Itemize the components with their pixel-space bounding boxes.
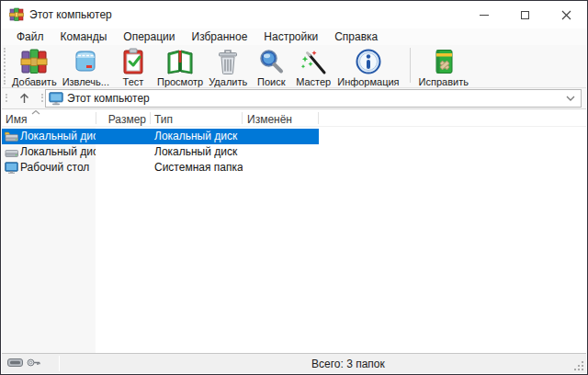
row-modified — [247, 160, 317, 176]
minimize-icon — [480, 15, 489, 16]
row-modified — [247, 144, 317, 160]
up-arrow-icon — [19, 93, 29, 104]
winrar-logo-icon — [9, 7, 24, 22]
search-label: Поиск — [257, 76, 285, 87]
close-button[interactable] — [546, 1, 587, 28]
status-drive-icon — [7, 358, 23, 367]
add-button[interactable]: Добавить — [9, 45, 60, 87]
minimize-button[interactable] — [463, 1, 504, 28]
list-row-local-disk-2[interactable]: Локальный дис... Локальный диск — [2, 144, 319, 160]
extract-label: Извлечь... — [62, 76, 109, 87]
repair-icon — [429, 47, 458, 76]
list-row-local-disk-1[interactable]: Локальный дис... Локальный диск — [2, 129, 319, 144]
menu-favorites[interactable]: Избранное — [184, 28, 256, 45]
toolbar: Добавить Извлечь... Тест — [2, 45, 586, 88]
view-icon — [165, 47, 195, 76]
desktop-icon — [5, 162, 18, 174]
column-header-type[interactable]: Тип — [154, 109, 173, 127]
row-modified — [247, 129, 317, 144]
row-name: Локальный дис... — [20, 129, 96, 144]
row-size — [98, 129, 146, 144]
column-divider[interactable] — [318, 112, 319, 124]
row-name: Локальный дис... — [20, 144, 96, 160]
drive-icon — [5, 146, 18, 158]
view-label: Просмотр — [157, 76, 203, 87]
row-size — [98, 144, 146, 160]
delete-icon — [213, 47, 243, 76]
status-key-icon — [27, 358, 41, 368]
address-combobox[interactable]: Этот компьютер — [45, 89, 582, 108]
delete-label: Удалить — [209, 76, 247, 87]
info-icon — [354, 47, 383, 76]
maximize-button[interactable] — [504, 1, 546, 28]
extract-icon — [71, 47, 100, 76]
system-drive-icon — [5, 131, 18, 142]
add-label: Добавить — [12, 76, 57, 87]
test-icon — [119, 47, 148, 76]
statusbar-icons — [7, 358, 41, 368]
menu-commands[interactable]: Команды — [52, 28, 116, 45]
status-bar: Всего: 3 папок — [2, 353, 586, 373]
row-size — [98, 160, 146, 176]
search-icon — [256, 47, 286, 76]
wizard-button[interactable]: Мастер — [292, 45, 334, 87]
chevron-down-icon[interactable] — [566, 96, 575, 101]
resize-grip[interactable] — [574, 361, 584, 371]
delete-button[interactable]: Удалить — [206, 45, 250, 87]
column-header-name[interactable]: Имя — [6, 109, 27, 127]
row-type: Локальный диск — [154, 144, 243, 160]
statusbar-divider — [59, 356, 60, 371]
address-bar: Этот компьютер — [2, 88, 586, 109]
file-list: Локальный дис... Локальный диск Локальны… — [2, 127, 586, 353]
menu-help[interactable]: Справка — [326, 28, 386, 45]
close-icon — [561, 10, 571, 20]
repair-label: Исправить — [419, 76, 469, 87]
statusbar-total: Всего: 3 папок — [311, 354, 385, 374]
window-title: Этот компьютер — [29, 1, 112, 28]
menu-settings[interactable]: Настройки — [255, 28, 326, 45]
view-button[interactable]: Просмотр — [154, 45, 206, 87]
test-label: Тест — [123, 76, 144, 87]
column-divider[interactable] — [150, 112, 151, 124]
menu-file[interactable]: Файл — [8, 28, 52, 45]
column-header-modified[interactable]: Изменён — [247, 109, 292, 127]
address-value: Этот компьютер — [67, 92, 566, 105]
extract-button[interactable]: Извлечь... — [60, 45, 112, 87]
list-row-desktop[interactable]: Рабочий стол Системная папка — [2, 160, 319, 176]
column-header-size[interactable]: Размер — [98, 109, 146, 127]
maximize-icon — [521, 11, 529, 19]
wizard-icon — [299, 47, 328, 76]
info-button[interactable]: Информация — [334, 45, 401, 87]
wizard-label: Мастер — [296, 76, 331, 87]
toolbar-grip[interactable] — [4, 48, 8, 85]
test-button[interactable]: Тест — [112, 45, 154, 87]
row-name: Рабочий стол — [20, 160, 96, 176]
toolbar-separator — [410, 48, 411, 83]
column-divider[interactable] — [96, 112, 96, 124]
list-header: Имя Размер Тип Изменён — [2, 109, 586, 127]
row-type: Системная папка — [154, 160, 243, 176]
title-bar: Этот компьютер — [1, 1, 587, 28]
sort-ascending-icon — [30, 109, 41, 115]
repair-button[interactable]: Исправить — [416, 45, 471, 87]
info-label: Информация — [337, 76, 399, 87]
row-type: Локальный диск — [154, 129, 243, 144]
winrar-window: Этот компьютер Файл Команды Операции Изб… — [0, 0, 588, 375]
add-archive-icon — [19, 47, 49, 76]
up-button[interactable] — [10, 90, 38, 107]
menu-operations[interactable]: Операции — [115, 28, 183, 45]
search-button[interactable]: Поиск — [250, 45, 292, 87]
column-divider[interactable] — [242, 112, 243, 124]
computer-icon — [49, 92, 63, 106]
menu-bar: Файл Команды Операции Избранное Настройк… — [2, 28, 586, 45]
